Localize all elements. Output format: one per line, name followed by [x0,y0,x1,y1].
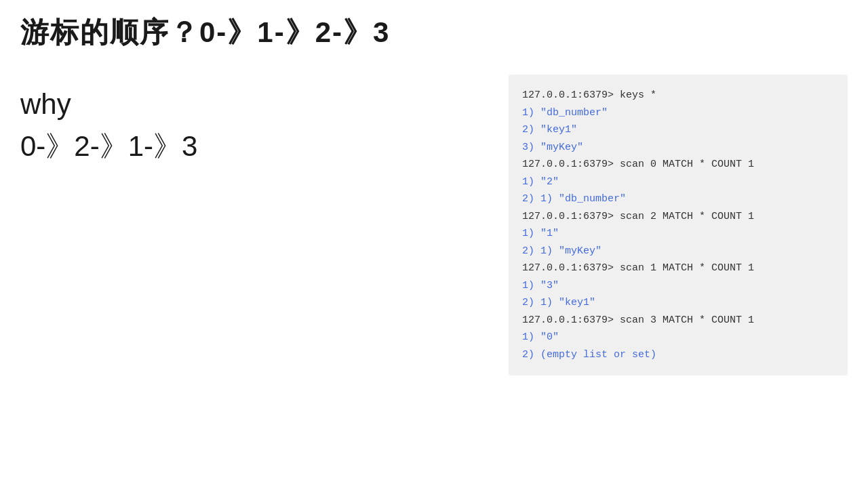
terminal-line: 127.0.0.1:6379> scan 2 MATCH * COUNT 1 [522,208,834,226]
terminal-line: 2) "key1" [522,121,834,139]
terminal-line: 1) "0" [522,329,834,346]
terminal-line: 1) "1" [522,225,834,243]
page-container: 游标的顺序？0-》1-》2-》3 why 0-》2-》1-》3 127.0.0.… [0,0,868,488]
why-label: why [20,88,197,121]
terminal-line: 127.0.0.1:6379> scan 1 MATCH * COUNT 1 [522,260,834,277]
terminal-line: 2) 1) "myKey" [522,243,834,260]
page-title: 游标的顺序？0-》1-》2-》3 [20,16,390,48]
title-section: 游标的顺序？0-》1-》2-》3 [20,14,848,52]
terminal-line: 2) 1) "db_number" [522,190,834,208]
terminal-line: 127.0.0.1:6379> keys * [522,87,834,104]
left-section: why 0-》2-》1-》3 [20,88,197,165]
order-label: 0-》2-》1-》3 [20,127,197,165]
terminal-line: 1) "2" [522,174,834,191]
terminal-line: 3) "myKey" [522,139,834,157]
terminal-line: 1) "db_number" [522,104,834,122]
terminal-line: 127.0.0.1:6379> scan 0 MATCH * COUNT 1 [522,156,834,174]
terminal-line: 127.0.0.1:6379> scan 3 MATCH * COUNT 1 [522,312,834,329]
terminal-line: 2) (empty list or set) [522,346,834,364]
terminal-line: 2) 1) "key1" [522,294,834,312]
terminal-line: 1) "3" [522,277,834,295]
terminal-panel: 127.0.0.1:6379> keys *1) "db_number"2) "… [509,75,848,375]
